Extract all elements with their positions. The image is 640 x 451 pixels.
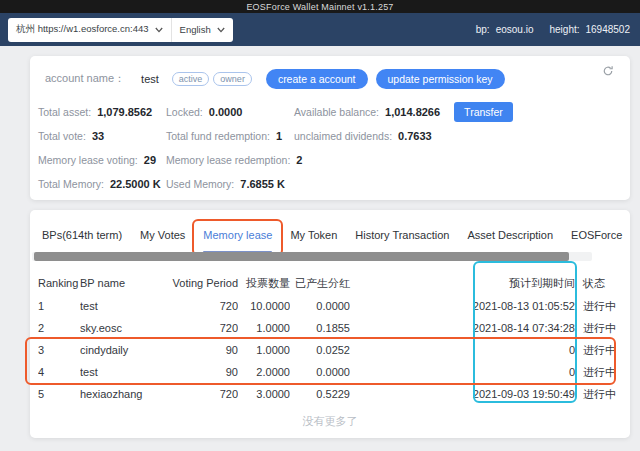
active-badge: active: [172, 72, 210, 86]
cell-bp-name: cindydaily: [80, 339, 170, 361]
cell-bp-name: test: [80, 295, 170, 317]
transfer-button[interactable]: Transfer: [454, 102, 513, 122]
stat-value: 1,014.8266: [385, 106, 440, 118]
update-permission-key-button[interactable]: update permission key: [376, 69, 505, 89]
top-navbar: 杭州 https://w1.eosforce.cn:443 English bp…: [0, 13, 640, 46]
cell-ranking: 3: [38, 339, 80, 361]
cell-vote-amount: 2.0000: [238, 361, 290, 383]
cell-vote-amount: 1.0000: [238, 339, 290, 361]
cell-bp-name: hexiaozhang: [80, 383, 170, 405]
account-card: account name： test active owner create a…: [30, 56, 630, 200]
stat-value: 22.5000 K: [110, 178, 161, 190]
stat-memory-lease-voting: Memory lease voting: 29: [38, 154, 166, 166]
col-voting-period: Voting Period: [170, 271, 238, 295]
language-select[interactable]: English: [172, 18, 233, 42]
tab-bps[interactable]: BPs(614th term): [42, 220, 122, 252]
table-row: 3 cindydaily 90 1.0000 0.0252 0 进行中: [38, 339, 622, 361]
table-row: 2 sky.eosc 720 1.0000 0.1855 2021-08-14 …: [38, 317, 622, 339]
table-row: 4 test 90 2.0000 0.0000 0 进行中: [38, 361, 622, 383]
cell-expiry-time: 2021-08-13 01:05:52: [350, 295, 575, 317]
stat-label: Total asset:: [38, 106, 91, 118]
stat-value: 7.6855 K: [240, 178, 285, 190]
stat-value: 0.0000: [209, 106, 243, 118]
cell-voting-period: 90: [170, 361, 238, 383]
cell-voting-period: 720: [170, 317, 238, 339]
cell-expiry-time: 0: [350, 339, 575, 361]
stat-memory-lease-redemption: Memory lease redemption: 2: [166, 154, 622, 166]
account-name-label: account name：: [45, 71, 125, 86]
cell-expiry-time: 2021-09-03 19:50:49: [350, 383, 575, 405]
stat-locked: Locked: 0.0000: [166, 106, 294, 118]
create-account-button[interactable]: create a account: [266, 69, 368, 89]
account-name-value: test: [141, 73, 159, 85]
lease-table-card: BPs(614th term) My Votes Memory lease My…: [30, 210, 630, 438]
stat-value: 29: [144, 154, 156, 166]
cell-vote-amount: 3.0000: [238, 383, 290, 405]
memory-lease-table: Ranking BP name Voting Period 投票数量 已产生分红…: [38, 271, 622, 405]
stat-value: 1: [276, 130, 282, 142]
tab-asset-description[interactable]: Asset Description: [467, 220, 553, 252]
stat-label: Memory lease redemption:: [166, 154, 290, 166]
tabs-scrollbar-thumb[interactable]: [34, 252, 569, 261]
stat-total-vote: Total vote: 33: [38, 130, 166, 142]
stat-label: Total vote:: [38, 130, 86, 142]
account-stats: Total asset: 1,079.8562 Locked: 0.0000 A…: [38, 100, 622, 196]
window-title: EOSForce Wallet Mainnet v1.1.257: [246, 2, 393, 12]
table-row: 5 hexiaozhang 720 3.0000 0.5229 2021-09-…: [38, 383, 622, 405]
table-header-row: Ranking BP name Voting Period 投票数量 已产生分红…: [38, 271, 622, 295]
cell-status: 进行中: [575, 383, 622, 405]
cell-ranking: 2: [38, 317, 80, 339]
node-select-value: 杭州 https://w1.eosforce.cn:443: [16, 23, 149, 36]
cell-status: 进行中: [575, 361, 622, 383]
table-row: 1 test 720 10.0000 0.0000 2021-08-13 01:…: [38, 295, 622, 317]
col-expiry-time: 预计到期时间: [350, 271, 575, 295]
cell-dividends: 0.0000: [290, 295, 350, 317]
cell-bp-name: sky.eosc: [80, 317, 170, 339]
stats-row-4: Total Memory: 22.5000 K Used Memory: 7.6…: [38, 172, 622, 196]
stat-label: Memory lease voting:: [38, 154, 138, 166]
stat-value: 0.7633: [398, 130, 432, 142]
cell-ranking: 1: [38, 295, 80, 317]
node-language-selects: 杭州 https://w1.eosforce.cn:443 English: [8, 18, 233, 42]
account-actions: create a account update permission key: [266, 69, 505, 89]
stat-value: 1,079.8562: [97, 106, 152, 118]
col-vote-amount: 投票数量: [238, 271, 290, 295]
window-title-bar: EOSForce Wallet Mainnet v1.1.257: [0, 0, 640, 13]
cell-dividends: 0.5229: [290, 383, 350, 405]
no-more-data-text: 没有更多了: [30, 414, 630, 429]
stat-total-fund-redemption: Total fund redemption: 1: [166, 130, 294, 142]
tab-my-token[interactable]: My Token: [290, 220, 337, 252]
stat-label: Total fund redemption:: [166, 130, 270, 142]
tab-my-votes[interactable]: My Votes: [140, 220, 185, 252]
tab-memory-lease[interactable]: Memory lease: [203, 220, 272, 252]
language-select-value: English: [180, 24, 211, 35]
cell-expiry-time: 0: [350, 361, 575, 383]
account-row: account name： test active owner create a…: [45, 68, 596, 89]
cell-dividends: 0.0000: [290, 361, 350, 383]
height-label: height:: [549, 24, 579, 35]
stat-label: unclaimed dividends:: [294, 130, 392, 142]
cell-vote-amount: 1.0000: [238, 317, 290, 339]
col-ranking: Ranking: [38, 271, 80, 295]
bp-label: bp:: [476, 24, 490, 35]
tab-eosforce[interactable]: EOSForce: [571, 220, 622, 252]
chain-info: bp: eosou.io height: 16948502: [476, 13, 630, 46]
height-info: height: 16948502: [549, 24, 630, 35]
stat-unclaimed-dividends: unclaimed dividends: 0.7633: [294, 130, 622, 142]
cell-status: 进行中: [575, 317, 622, 339]
refresh-icon[interactable]: [602, 65, 614, 77]
node-select[interactable]: 杭州 https://w1.eosforce.cn:443: [8, 18, 171, 42]
cell-vote-amount: 10.0000: [238, 295, 290, 317]
cell-dividends: 0.1855: [290, 317, 350, 339]
tab-history-transaction[interactable]: History Transaction: [355, 220, 449, 252]
permission-badges: active owner: [172, 72, 252, 86]
stat-label: Available balance:: [294, 106, 379, 118]
tabs-scrollbar-track[interactable]: [32, 252, 592, 261]
chevron-down-icon: [217, 27, 225, 33]
tab-bar: BPs(614th term) My Votes Memory lease My…: [30, 210, 630, 252]
cell-dividends: 0.0252: [290, 339, 350, 361]
height-value: 16948502: [586, 24, 631, 35]
cell-expiry-time: 2021-08-14 07:34:28: [350, 317, 575, 339]
cell-ranking: 4: [38, 361, 80, 383]
col-bp-name: BP name: [80, 271, 170, 295]
